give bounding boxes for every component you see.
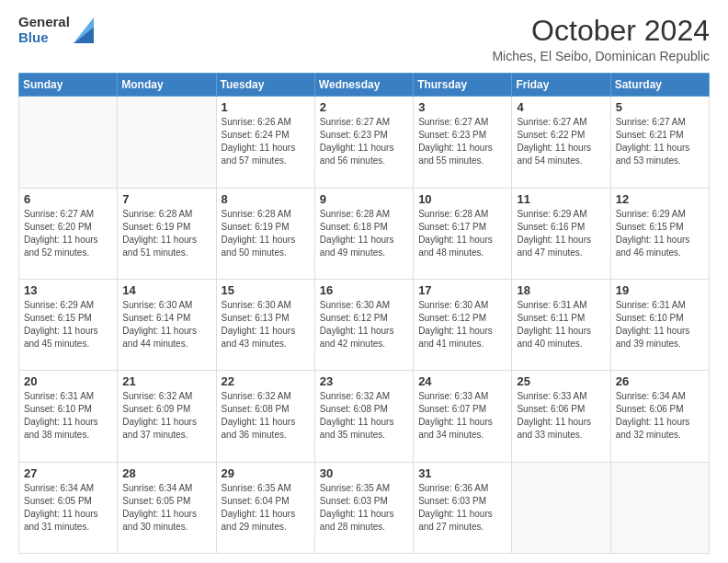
- day-number: 19: [616, 283, 704, 297]
- day-info: Sunrise: 6:36 AM Sunset: 6:03 PM Dayligh…: [418, 482, 506, 534]
- page: General Blue October 2024 Miches, El Sei…: [0, 0, 728, 563]
- table-row: 6Sunrise: 6:27 AM Sunset: 6:20 PM Daylig…: [19, 188, 118, 279]
- table-row: 19Sunrise: 6:31 AM Sunset: 6:10 PM Dayli…: [610, 279, 709, 370]
- logo-general: General: [18, 15, 70, 30]
- day-number: 29: [222, 466, 310, 480]
- day-number: 22: [222, 374, 310, 388]
- logo-text: General Blue: [18, 15, 70, 45]
- table-row: 26Sunrise: 6:34 AM Sunset: 6:06 PM Dayli…: [610, 371, 709, 462]
- day-info: Sunrise: 6:32 AM Sunset: 6:08 PM Dayligh…: [222, 390, 310, 442]
- table-row: 3Sunrise: 6:27 AM Sunset: 6:23 PM Daylig…: [414, 97, 512, 188]
- day-info: Sunrise: 6:31 AM Sunset: 6:10 PM Dayligh…: [24, 390, 112, 442]
- day-number: 30: [320, 466, 408, 480]
- calendar-week-1: 1Sunrise: 6:26 AM Sunset: 6:24 PM Daylig…: [19, 97, 710, 188]
- calendar-week-2: 6Sunrise: 6:27 AM Sunset: 6:20 PM Daylig…: [19, 188, 710, 279]
- day-info: Sunrise: 6:29 AM Sunset: 6:15 PM Dayligh…: [24, 299, 112, 350]
- table-row: [19, 97, 118, 188]
- day-number: 14: [122, 283, 210, 297]
- day-info: Sunrise: 6:32 AM Sunset: 6:08 PM Dayligh…: [320, 390, 408, 442]
- table-row: 12Sunrise: 6:29 AM Sunset: 6:15 PM Dayli…: [610, 188, 709, 279]
- day-info: Sunrise: 6:27 AM Sunset: 6:22 PM Dayligh…: [517, 116, 605, 167]
- logo-blue: Blue: [18, 30, 70, 46]
- col-thursday: Thursday: [414, 74, 512, 97]
- day-number: 16: [320, 283, 408, 297]
- day-number: 10: [418, 192, 506, 206]
- col-monday: Monday: [118, 74, 216, 97]
- table-row: [512, 462, 610, 553]
- day-number: 25: [517, 374, 605, 388]
- table-row: 1Sunrise: 6:26 AM Sunset: 6:24 PM Daylig…: [216, 97, 314, 188]
- table-row: 27Sunrise: 6:34 AM Sunset: 6:05 PM Dayli…: [19, 462, 118, 553]
- title-section: October 2024 Miches, El Seibo, Dominican…: [492, 15, 710, 63]
- table-row: 9Sunrise: 6:28 AM Sunset: 6:18 PM Daylig…: [314, 188, 413, 279]
- table-row: 25Sunrise: 6:33 AM Sunset: 6:06 PM Dayli…: [512, 371, 610, 462]
- table-row: 11Sunrise: 6:29 AM Sunset: 6:16 PM Dayli…: [512, 188, 610, 279]
- main-title: October 2024: [492, 15, 710, 47]
- day-info: Sunrise: 6:34 AM Sunset: 6:05 PM Dayligh…: [24, 482, 112, 534]
- table-row: 15Sunrise: 6:30 AM Sunset: 6:13 PM Dayli…: [216, 279, 314, 370]
- calendar-week-4: 20Sunrise: 6:31 AM Sunset: 6:10 PM Dayli…: [19, 371, 710, 462]
- table-row: 2Sunrise: 6:27 AM Sunset: 6:23 PM Daylig…: [314, 97, 413, 188]
- day-number: 15: [222, 283, 310, 297]
- day-info: Sunrise: 6:29 AM Sunset: 6:15 PM Dayligh…: [616, 208, 704, 259]
- day-number: 7: [122, 192, 210, 206]
- day-number: 8: [222, 192, 310, 206]
- day-number: 13: [24, 283, 112, 297]
- day-info: Sunrise: 6:30 AM Sunset: 6:12 PM Dayligh…: [418, 299, 506, 350]
- day-info: Sunrise: 6:30 AM Sunset: 6:13 PM Dayligh…: [222, 299, 310, 350]
- table-row: 23Sunrise: 6:32 AM Sunset: 6:08 PM Dayli…: [314, 371, 413, 462]
- calendar-week-3: 13Sunrise: 6:29 AM Sunset: 6:15 PM Dayli…: [19, 279, 710, 370]
- table-row: 7Sunrise: 6:28 AM Sunset: 6:19 PM Daylig…: [118, 188, 216, 279]
- day-info: Sunrise: 6:31 AM Sunset: 6:10 PM Dayligh…: [616, 299, 704, 350]
- day-info: Sunrise: 6:29 AM Sunset: 6:16 PM Dayligh…: [517, 208, 605, 259]
- day-info: Sunrise: 6:27 AM Sunset: 6:23 PM Dayligh…: [418, 116, 506, 167]
- day-number: 23: [320, 374, 408, 388]
- col-saturday: Saturday: [610, 74, 709, 97]
- table-row: 29Sunrise: 6:35 AM Sunset: 6:04 PM Dayli…: [216, 462, 314, 553]
- table-row: 17Sunrise: 6:30 AM Sunset: 6:12 PM Dayli…: [414, 279, 512, 370]
- table-row: 24Sunrise: 6:33 AM Sunset: 6:07 PM Dayli…: [414, 371, 512, 462]
- day-info: Sunrise: 6:30 AM Sunset: 6:14 PM Dayligh…: [122, 299, 210, 350]
- day-info: Sunrise: 6:34 AM Sunset: 6:05 PM Dayligh…: [122, 482, 210, 534]
- day-info: Sunrise: 6:30 AM Sunset: 6:12 PM Dayligh…: [320, 299, 408, 350]
- day-info: Sunrise: 6:26 AM Sunset: 6:24 PM Dayligh…: [222, 116, 310, 167]
- day-info: Sunrise: 6:31 AM Sunset: 6:11 PM Dayligh…: [517, 299, 605, 350]
- day-info: Sunrise: 6:35 AM Sunset: 6:04 PM Dayligh…: [222, 482, 310, 534]
- day-info: Sunrise: 6:28 AM Sunset: 6:17 PM Dayligh…: [418, 208, 506, 259]
- table-row: 21Sunrise: 6:32 AM Sunset: 6:09 PM Dayli…: [118, 371, 216, 462]
- day-info: Sunrise: 6:28 AM Sunset: 6:19 PM Dayligh…: [222, 208, 310, 259]
- day-info: Sunrise: 6:28 AM Sunset: 6:19 PM Dayligh…: [122, 208, 210, 259]
- day-info: Sunrise: 6:27 AM Sunset: 6:20 PM Dayligh…: [24, 208, 112, 259]
- day-number: 1: [222, 100, 310, 114]
- table-row: 5Sunrise: 6:27 AM Sunset: 6:21 PM Daylig…: [610, 97, 709, 188]
- col-wednesday: Wednesday: [314, 74, 413, 97]
- day-info: Sunrise: 6:27 AM Sunset: 6:23 PM Dayligh…: [320, 116, 408, 167]
- day-number: 12: [616, 192, 704, 206]
- day-number: 28: [122, 466, 210, 480]
- header-row: Sunday Monday Tuesday Wednesday Thursday…: [19, 74, 710, 97]
- table-row: [118, 97, 216, 188]
- calendar-body: 1Sunrise: 6:26 AM Sunset: 6:24 PM Daylig…: [19, 97, 710, 554]
- table-row: 18Sunrise: 6:31 AM Sunset: 6:11 PM Dayli…: [512, 279, 610, 370]
- calendar-header: Sunday Monday Tuesday Wednesday Thursday…: [19, 74, 710, 97]
- calendar-week-5: 27Sunrise: 6:34 AM Sunset: 6:05 PM Dayli…: [19, 462, 710, 553]
- day-info: Sunrise: 6:27 AM Sunset: 6:21 PM Dayligh…: [616, 116, 704, 167]
- day-number: 31: [418, 466, 506, 480]
- day-number: 27: [24, 466, 112, 480]
- day-number: 26: [616, 374, 704, 388]
- header: General Blue October 2024 Miches, El Sei…: [18, 15, 710, 63]
- day-info: Sunrise: 6:33 AM Sunset: 6:06 PM Dayligh…: [517, 390, 605, 442]
- day-number: 4: [517, 100, 605, 114]
- col-friday: Friday: [512, 74, 610, 97]
- col-tuesday: Tuesday: [216, 74, 314, 97]
- table-row: 22Sunrise: 6:32 AM Sunset: 6:08 PM Dayli…: [216, 371, 314, 462]
- day-number: 6: [24, 192, 112, 206]
- table-row: 20Sunrise: 6:31 AM Sunset: 6:10 PM Dayli…: [19, 371, 118, 462]
- table-row: 28Sunrise: 6:34 AM Sunset: 6:05 PM Dayli…: [118, 462, 216, 553]
- table-row: 4Sunrise: 6:27 AM Sunset: 6:22 PM Daylig…: [512, 97, 610, 188]
- day-number: 3: [418, 100, 506, 114]
- day-info: Sunrise: 6:28 AM Sunset: 6:18 PM Dayligh…: [320, 208, 408, 259]
- table-row: 8Sunrise: 6:28 AM Sunset: 6:19 PM Daylig…: [216, 188, 314, 279]
- day-number: 5: [616, 100, 704, 114]
- day-info: Sunrise: 6:33 AM Sunset: 6:07 PM Dayligh…: [418, 390, 506, 442]
